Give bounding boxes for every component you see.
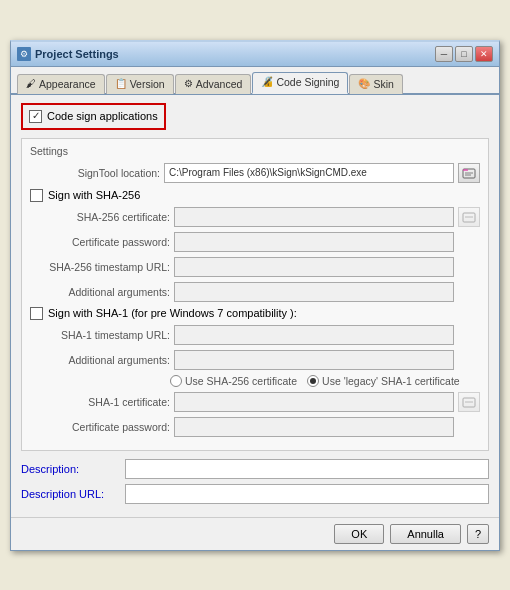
sha256-args-input[interactable] — [174, 282, 454, 302]
help-button[interactable]: ? — [467, 524, 489, 544]
svg-rect-1 — [463, 169, 468, 171]
title-bar-left: ⚙ Project Settings — [17, 47, 119, 61]
tab-version[interactable]: 📋 Version — [106, 74, 174, 94]
sha256-cert-browse-button[interactable] — [458, 207, 480, 227]
close-button[interactable]: ✕ — [475, 46, 493, 62]
window-title: Project Settings — [35, 48, 119, 60]
sha256-password-input[interactable] — [174, 232, 454, 252]
version-tab-label: Version — [130, 78, 165, 90]
sha1-section: SHA-1 timestamp URL: Additional argument… — [40, 325, 480, 437]
tab-appearance[interactable]: 🖌 Appearance — [17, 74, 105, 94]
sha256-cert-input[interactable] — [174, 207, 454, 227]
radio-legacy-cert[interactable] — [307, 375, 319, 387]
description-row: Description: — [21, 459, 489, 479]
sha1-args-row: Additional arguments: — [40, 350, 480, 370]
description-input[interactable] — [125, 459, 489, 479]
sha1-radio-group: Use SHA-256 certificate Use 'legacy' SHA… — [170, 375, 480, 387]
radio-sha256-label: Use SHA-256 certificate — [185, 375, 297, 387]
code-signing-tab-icon: 🔏 — [261, 76, 273, 87]
content-area: Code sign applications Settings SignTool… — [11, 95, 499, 517]
description-url-row: Description URL: — [21, 484, 489, 504]
code-sign-checkbox[interactable] — [29, 110, 42, 123]
sha256-timestamp-row: SHA-256 timestamp URL: — [40, 257, 480, 277]
settings-group: Settings SignTool location: Sign with — [21, 138, 489, 451]
skin-tab-icon: 🎨 — [358, 78, 370, 89]
description-url-label: Description URL: — [21, 488, 121, 500]
tab-advanced[interactable]: ⚙ Advanced — [175, 74, 252, 94]
title-bar: ⚙ Project Settings ─ □ ✕ — [11, 42, 499, 67]
sha1-password-input[interactable] — [174, 417, 454, 437]
sha1-check-label: Sign with SHA-1 (for pre Windows 7 compa… — [48, 307, 297, 319]
description-section: Description: Description URL: — [21, 459, 489, 504]
appearance-tab-icon: 🖌 — [26, 78, 36, 89]
sha1-radio-use-legacy: Use 'legacy' SHA-1 certificate — [307, 375, 460, 387]
bottom-bar: OK Annulla ? — [11, 517, 499, 550]
sha256-section: SHA-256 certificate: Certificate passwor… — [40, 207, 480, 302]
sha256-cert-row: SHA-256 certificate: — [40, 207, 480, 227]
sha1-cert-browse-button[interactable] — [458, 392, 480, 412]
code-sign-label: Code sign applications — [47, 110, 158, 122]
sha256-args-row: Additional arguments: — [40, 282, 480, 302]
sha1-args-input[interactable] — [174, 350, 454, 370]
sha256-args-label: Additional arguments: — [40, 286, 170, 298]
signtool-label: SignTool location: — [30, 167, 160, 179]
ok-button[interactable]: OK — [334, 524, 384, 544]
sha1-cert-label: SHA-1 certificate: — [40, 396, 170, 408]
cancel-button[interactable]: Annulla — [390, 524, 461, 544]
sha1-args-label: Additional arguments: — [40, 354, 170, 366]
version-tab-icon: 📋 — [115, 78, 127, 89]
sha1-password-row: Certificate password: — [40, 417, 480, 437]
signtool-browse-button[interactable] — [458, 163, 480, 183]
tab-code-signing[interactable]: 🔏 Code Signing — [252, 72, 348, 94]
sha1-browse-icon — [462, 395, 476, 409]
sha1-timestamp-row: SHA-1 timestamp URL: — [40, 325, 480, 345]
sha1-cert-row: SHA-1 certificate: — [40, 392, 480, 412]
description-label: Description: — [21, 463, 121, 475]
code-signing-tab-label: Code Signing — [276, 76, 339, 88]
sha256-check-row: Sign with SHA-256 — [30, 189, 480, 202]
sha256-password-label: Certificate password: — [40, 236, 170, 248]
sha1-password-label: Certificate password: — [40, 421, 170, 433]
title-buttons: ─ □ ✕ — [435, 46, 493, 62]
settings-group-title: Settings — [30, 145, 480, 157]
tab-skin[interactable]: 🎨 Skin — [349, 74, 402, 94]
minimize-button[interactable]: ─ — [435, 46, 453, 62]
svg-rect-6 — [463, 398, 475, 407]
maximize-button[interactable]: □ — [455, 46, 473, 62]
sha1-timestamp-label: SHA-1 timestamp URL: — [40, 329, 170, 341]
signtool-row: SignTool location: — [30, 163, 480, 183]
radio-sha256-cert[interactable] — [170, 375, 182, 387]
tabs-bar: 🖌 Appearance 📋 Version ⚙ Advanced 🔏 Code… — [11, 67, 499, 95]
signtool-input[interactable] — [164, 163, 454, 183]
appearance-tab-label: Appearance — [39, 78, 96, 90]
sha256-browse-icon — [462, 210, 476, 224]
radio-legacy-label: Use 'legacy' SHA-1 certificate — [322, 375, 460, 387]
description-url-input[interactable] — [125, 484, 489, 504]
svg-rect-4 — [463, 213, 475, 222]
sha1-check-row: Sign with SHA-1 (for pre Windows 7 compa… — [30, 307, 480, 320]
sha1-cert-input[interactable] — [174, 392, 454, 412]
advanced-tab-label: Advanced — [196, 78, 243, 90]
advanced-tab-icon: ⚙ — [184, 78, 193, 89]
sha1-radio-use-sha256: Use SHA-256 certificate — [170, 375, 297, 387]
project-settings-window: ⚙ Project Settings ─ □ ✕ 🖌 Appearance 📋 … — [10, 40, 500, 551]
code-sign-applications-row: Code sign applications — [21, 103, 166, 130]
sha256-timestamp-input[interactable] — [174, 257, 454, 277]
window-icon: ⚙ — [17, 47, 31, 61]
sha256-password-row: Certificate password: — [40, 232, 480, 252]
skin-tab-label: Skin — [373, 78, 393, 90]
sha1-checkbox[interactable] — [30, 307, 43, 320]
sha256-check-label: Sign with SHA-256 — [48, 189, 140, 201]
sha256-timestamp-label: SHA-256 timestamp URL: — [40, 261, 170, 273]
sha256-cert-label: SHA-256 certificate: — [40, 211, 170, 223]
browse-icon — [462, 166, 476, 180]
sha256-checkbox[interactable] — [30, 189, 43, 202]
sha1-timestamp-input[interactable] — [174, 325, 454, 345]
